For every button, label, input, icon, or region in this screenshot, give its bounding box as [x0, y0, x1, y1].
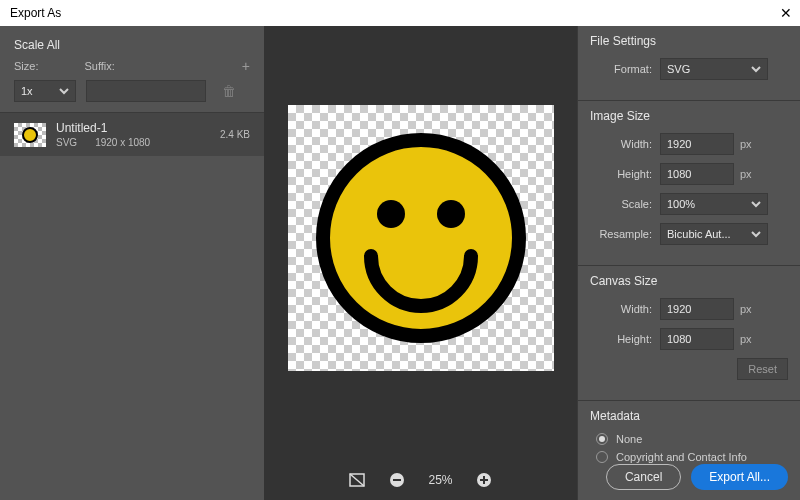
img-height-input[interactable]: 1080	[660, 163, 734, 185]
chevron-down-icon	[751, 199, 761, 209]
chevron-down-icon	[59, 86, 69, 96]
cancel-button[interactable]: Cancel	[606, 464, 681, 490]
two-up-icon[interactable]	[348, 471, 366, 489]
img-width-input[interactable]: 1920	[660, 133, 734, 155]
list-item[interactable]: Untitled-1 SVG 1920 x 1080 2.4 KB	[0, 113, 264, 156]
canvas-size-group: Canvas Size Width: 1920 px Height: 1080 …	[578, 266, 800, 401]
suffix-input[interactable]	[86, 80, 206, 102]
scale-value: 100%	[667, 198, 695, 210]
metadata-none-option[interactable]: None	[596, 433, 788, 445]
metadata-copyright-label: Copyright and Contact Info	[616, 451, 747, 463]
asset-thumb	[14, 123, 46, 147]
size-label: Size:	[14, 60, 38, 72]
right-panel: File Settings Format: SVG Image Size Wid…	[577, 26, 800, 500]
unit: px	[740, 303, 752, 315]
image-size-heading: Image Size	[590, 109, 788, 123]
img-scale-label: Scale:	[590, 198, 652, 210]
preview-panel: 25%	[264, 26, 577, 500]
unit: px	[740, 138, 752, 150]
metadata-copyright-option[interactable]: Copyright and Contact Info	[596, 451, 788, 463]
scale-select[interactable]: 100%	[660, 193, 768, 215]
format-select[interactable]: SVG	[660, 58, 768, 80]
canvas-area	[264, 26, 577, 460]
svg-point-1	[377, 200, 405, 228]
svg-point-2	[437, 200, 465, 228]
scale-all-heading: Scale All	[0, 26, 264, 58]
titlebar: Export As ✕	[0, 0, 800, 26]
zoom-bar: 25%	[348, 460, 492, 500]
size-select[interactable]: 1x	[14, 80, 76, 102]
app: Scale All Size: Suffix: + 1x 🗑 Untitled-…	[0, 26, 800, 500]
delete-icon[interactable]: 🗑	[222, 83, 236, 99]
close-icon[interactable]: ✕	[780, 6, 792, 20]
svg-rect-8	[483, 476, 485, 484]
window-title: Export As	[10, 6, 61, 20]
radio-icon	[596, 451, 608, 463]
img-height-label: Height:	[590, 168, 652, 180]
zoom-in-icon[interactable]	[475, 471, 493, 489]
zoom-out-icon[interactable]	[388, 471, 406, 489]
cv-height-label: Height:	[590, 333, 652, 345]
preview-canvas	[288, 105, 554, 371]
chevron-down-icon	[751, 64, 761, 74]
cv-width-input[interactable]: 1920	[660, 298, 734, 320]
smiley-preview	[311, 128, 531, 348]
img-width-label: Width:	[590, 138, 652, 150]
scale-inputs: 1x 🗑	[0, 74, 264, 112]
file-settings-group: File Settings Format: SVG	[578, 26, 800, 101]
metadata-none-label: None	[616, 433, 642, 445]
unit: px	[740, 333, 752, 345]
unit: px	[740, 168, 752, 180]
chevron-down-icon	[751, 229, 761, 239]
asset-format: SVG	[56, 137, 77, 148]
footer: Cancel Export All...	[606, 464, 788, 490]
asset-list: Untitled-1 SVG 1920 x 1080 2.4 KB	[0, 112, 264, 156]
asset-dims: 1920 x 1080	[95, 137, 150, 148]
zoom-level: 25%	[428, 473, 452, 487]
svg-rect-5	[393, 479, 401, 481]
asset-name: Untitled-1	[56, 121, 210, 135]
reset-button[interactable]: Reset	[737, 358, 788, 380]
add-scale-icon[interactable]: +	[242, 58, 250, 74]
radio-icon	[596, 433, 608, 445]
suffix-label: Suffix:	[84, 60, 114, 72]
left-panel: Scale All Size: Suffix: + 1x 🗑 Untitled-…	[0, 26, 264, 500]
resample-value: Bicubic Aut...	[667, 228, 731, 240]
cv-height-input[interactable]: 1080	[660, 328, 734, 350]
export-all-button[interactable]: Export All...	[691, 464, 788, 490]
scale-header-row: Size: Suffix: +	[0, 58, 264, 74]
image-size-group: Image Size Width: 1920 px Height: 1080 p…	[578, 101, 800, 266]
size-value: 1x	[21, 85, 33, 97]
asset-filesize: 2.4 KB	[220, 129, 250, 140]
canvas-size-heading: Canvas Size	[590, 274, 788, 288]
format-label: Format:	[590, 63, 652, 75]
resample-select[interactable]: Bicubic Aut...	[660, 223, 768, 245]
metadata-heading: Metadata	[590, 409, 788, 423]
format-value: SVG	[667, 63, 690, 75]
file-settings-heading: File Settings	[590, 34, 788, 48]
cv-width-label: Width:	[590, 303, 652, 315]
asset-meta: Untitled-1 SVG 1920 x 1080	[56, 121, 210, 148]
resample-label: Resample:	[590, 228, 652, 240]
